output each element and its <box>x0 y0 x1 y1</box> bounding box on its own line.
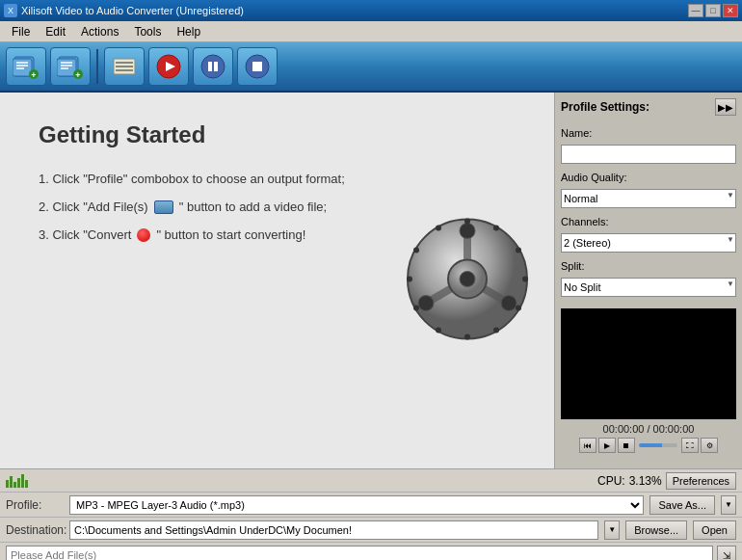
panel-header: Profile Settings: ▶▶ <box>561 98 736 116</box>
svg-point-36 <box>516 248 521 253</box>
add-file-button[interactable]: + <box>6 47 46 86</box>
add-files-row: ⇲ <box>0 543 742 560</box>
open-button[interactable]: Open <box>693 520 736 540</box>
save-as-button[interactable]: Save As... <box>649 495 715 515</box>
fullscreen-button[interactable]: ⛶ <box>681 438 699 453</box>
save-dropdown-button[interactable]: ▼ <box>721 495 736 515</box>
bottom-area: CPU: 3.13% Preferences Profile: MP3 - MP… <box>0 468 742 560</box>
svg-rect-24 <box>252 62 262 71</box>
getting-started-title: Getting Started <box>39 121 205 148</box>
options-button[interactable] <box>104 47 145 86</box>
svg-point-37 <box>522 277 528 282</box>
cpu-value: 3.13% <box>629 474 662 488</box>
main-area: Getting Started 1. Click "Profile" combo… <box>0 93 742 468</box>
cpu-label: CPU: <box>597 474 625 488</box>
step-2: 2. Click "Add File(s) " button to add a … <box>39 200 327 214</box>
preview-controls: ⏮ ▶ ⏹ ⛶ ⚙ <box>561 438 736 453</box>
toolbar: + + <box>0 42 742 93</box>
status-bar: CPU: 3.13% Preferences <box>0 469 742 493</box>
preview-time: 00:00:00 / 00:00:00 <box>561 423 736 435</box>
audio-quality-label: Audio Quality: <box>561 172 736 183</box>
svg-point-38 <box>516 306 521 311</box>
svg-point-45 <box>436 226 441 231</box>
eq-bar-5 <box>21 474 24 488</box>
channels-wrapper: 2 (Stereo) 1 (Mono) Auto <box>561 233 736 253</box>
content-area: Getting Started 1. Click "Profile" combo… <box>0 93 554 468</box>
audio-quality-select[interactable]: Normal High Low Custom <box>561 189 736 208</box>
menu-edit[interactable]: Edit <box>38 23 73 40</box>
svg-point-41 <box>436 328 441 333</box>
browse-button[interactable]: Browse... <box>625 520 687 540</box>
title-bar: X Xilisoft Video to Audio Converter (Unr… <box>0 0 742 21</box>
channels-label: Channels: <box>561 216 736 227</box>
equalizer <box>6 474 28 488</box>
step-1: 1. Click "Profile" combobox to choose an… <box>39 172 345 186</box>
split-wrapper: No Split By Size By Time <box>561 278 736 297</box>
eq-bar-2 <box>10 476 13 488</box>
svg-point-29 <box>460 224 475 239</box>
svg-point-30 <box>501 296 517 311</box>
prev-button[interactable]: ⏮ <box>579 438 596 453</box>
convert-icon <box>137 228 150 242</box>
svg-point-39 <box>493 328 499 333</box>
svg-rect-8 <box>57 59 76 76</box>
svg-point-44 <box>413 248 419 253</box>
svg-point-31 <box>418 296 434 311</box>
eq-bar-6 <box>25 480 28 488</box>
destination-row: Destination: ▼ Browse... Open <box>0 518 742 543</box>
preferences-button[interactable]: Preferences <box>666 472 736 490</box>
add-files-icon <box>154 200 173 214</box>
window-controls: — □ ✕ <box>688 4 738 17</box>
stop-preview-button[interactable]: ⏹ <box>618 438 635 453</box>
svg-text:+: + <box>31 70 36 80</box>
destination-input[interactable] <box>69 520 598 540</box>
convert-button[interactable] <box>148 47 189 86</box>
svg-point-42 <box>413 306 419 311</box>
minimize-button[interactable]: — <box>688 4 703 17</box>
svg-point-40 <box>464 334 470 340</box>
menu-actions[interactable]: Actions <box>73 23 126 40</box>
svg-rect-21 <box>208 62 212 71</box>
svg-point-20 <box>201 55 225 78</box>
volume-slider[interactable] <box>639 443 677 447</box>
stop-button[interactable] <box>237 47 278 86</box>
play-button[interactable]: ▶ <box>598 438 616 453</box>
profile-row: Profile: MP3 - MPEG Layer-3 Audio (*.mp3… <box>0 493 742 518</box>
add-folder-button[interactable]: + <box>50 47 91 86</box>
pause-button[interactable] <box>193 47 233 86</box>
preview-video <box>561 308 736 419</box>
toolbar-separator-1 <box>96 49 98 84</box>
menu-bar: File Edit Actions Tools Help <box>0 21 742 42</box>
eq-bar-3 <box>13 482 16 488</box>
maximize-button[interactable]: □ <box>705 4 721 17</box>
name-input[interactable] <box>561 145 736 164</box>
destination-dropdown-button[interactable]: ▼ <box>604 520 620 540</box>
name-label: Name: <box>561 127 736 139</box>
step-3: 3. Click "Convert " button to start conv… <box>39 227 305 242</box>
menu-help[interactable]: Help <box>169 23 208 40</box>
panel-title: Profile Settings: <box>561 100 649 114</box>
split-select[interactable]: No Split By Size By Time <box>561 278 736 297</box>
add-files-input <box>6 546 713 560</box>
audio-quality-wrapper: Normal High Low Custom <box>561 189 736 208</box>
svg-point-43 <box>407 277 412 282</box>
svg-point-35 <box>493 226 499 231</box>
destination-label: Destination: <box>6 523 64 537</box>
eq-bar-4 <box>17 478 20 488</box>
svg-rect-22 <box>214 62 218 71</box>
settings-preview-button[interactable]: ⚙ <box>701 438 718 453</box>
svg-rect-1 <box>13 59 32 76</box>
panel-expand-button[interactable]: ▶▶ <box>715 98 736 116</box>
menu-tools[interactable]: Tools <box>126 23 169 40</box>
profile-label: Profile: <box>6 498 64 512</box>
film-reel <box>400 212 535 350</box>
close-button[interactable]: ✕ <box>723 4 738 17</box>
svg-text:+: + <box>75 70 80 80</box>
menu-file[interactable]: File <box>4 23 38 40</box>
svg-point-33 <box>460 272 475 287</box>
split-label: Split: <box>561 260 736 272</box>
profile-select[interactable]: MP3 - MPEG Layer-3 Audio (*.mp3) WAV AAC <box>69 495 644 515</box>
add-files-expand-button[interactable]: ⇲ <box>717 546 736 560</box>
svg-point-34 <box>464 219 470 225</box>
channels-select[interactable]: 2 (Stereo) 1 (Mono) Auto <box>561 233 736 253</box>
